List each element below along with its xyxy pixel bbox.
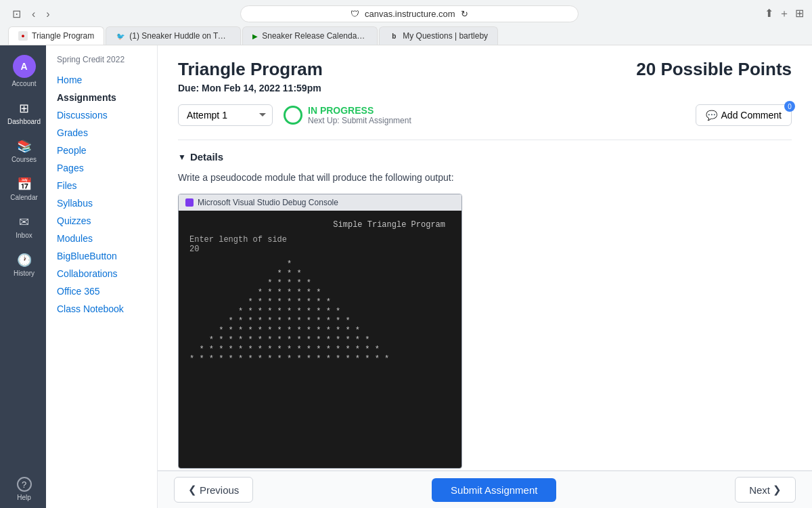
details-section: ▼ Details Write a pseudocode module that… [178, 151, 792, 469]
attempt-select[interactable]: Attempt 1 [178, 104, 273, 126]
sidebar-item-home[interactable]: Home [46, 71, 157, 89]
details-label: Details [190, 151, 223, 163]
sidebar-item-people[interactable]: People [46, 142, 157, 159]
sidebar-item-classnotebook[interactable]: Class Notebook [46, 300, 157, 318]
section-divider [178, 140, 792, 140]
sidebar-toggle-button[interactable]: ⊡ [8, 6, 25, 22]
nav-item-account[interactable]: A Account [0, 45, 46, 94]
footer-bar: ❮ Previous Submit Assignment Next ❯ [158, 470, 812, 508]
sidebar-item-grades[interactable]: Grades [46, 124, 157, 142]
previous-button[interactable]: ❮ Previous [174, 477, 253, 503]
console-titlebar: Microsoft Visual Studio Debug Console [179, 194, 461, 211]
console-titlebar-text: Microsoft Visual Studio Debug Console [198, 198, 338, 207]
address-bar[interactable]: 🛡 canvas.instructure.com ↻ [240, 5, 579, 22]
tab-label-1: Triangle Program [32, 31, 94, 41]
sidebar-item-assignments[interactable]: Assignments [46, 89, 157, 106]
add-comment-button[interactable]: 💬 Add Comment 0 [696, 104, 792, 126]
nav-item-dashboard[interactable]: ⊞ Dashboard [0, 94, 46, 132]
submit-assignment-button[interactable]: Submit Assignment [432, 478, 556, 502]
nav-item-inbox[interactable]: ✉ Inbox [0, 208, 46, 246]
console-body: Simple Triangle Program Enter length of … [179, 211, 461, 468]
user-avatar: A [13, 55, 36, 78]
tab-favicon-1: ● [18, 31, 28, 41]
tab-triangle-program[interactable]: ● Triangle Program [8, 26, 104, 45]
status-label: IN PROGRESS [308, 105, 411, 116]
tab-dicks[interactable]: ▶ Sneaker Release Calendar | DICK'S Spor… [242, 26, 378, 45]
nav-label-dashboard: Dashboard [7, 118, 41, 125]
tab-favicon-4: b [389, 31, 399, 41]
tab-label-2: (1) Sneaker Huddle on Twitter: "Air Jord… [129, 31, 231, 41]
tab-sneaker-huddle[interactable]: 🐦 (1) Sneaker Huddle on Twitter: "Air Jo… [106, 26, 241, 45]
browser-nav-buttons: ⊡ ‹ › [8, 6, 54, 22]
console-wrapper: Microsoft Visual Studio Debug Console Si… [178, 194, 462, 469]
prev-icon: ❮ [188, 484, 197, 496]
assignment-title: Triangle Program [178, 59, 323, 80]
sidebar-item-collaborations[interactable]: Collaborations [46, 265, 157, 282]
security-icon: 🛡 [351, 9, 359, 19]
history-icon: 🕐 [17, 253, 32, 268]
dashboard-icon: ⊞ [19, 101, 29, 116]
sidebar-course-label: Spring Credit 2022 [46, 52, 157, 71]
nav-item-courses[interactable]: 📚 Courses [0, 132, 46, 170]
comment-icon: 💬 [706, 110, 717, 121]
tab-favicon-3: ▶ [252, 31, 258, 41]
triangle-output: * * * * * * * * * * * * * * * * * * * * … [189, 259, 451, 364]
content-wrapper: Triangle Program Due: Mon Feb 14, 2022 1… [158, 45, 812, 508]
next-button[interactable]: Next ❯ [735, 477, 796, 503]
refresh-icon: ↻ [461, 9, 468, 19]
sidebar-item-files[interactable]: Files [46, 177, 157, 194]
next-label: Next [749, 484, 770, 496]
status-text: IN PROGRESS Next Up: Submit Assignment [308, 105, 411, 125]
details-toggle[interactable]: ▼ Details [178, 151, 792, 163]
sidebar-item-pages[interactable]: Pages [46, 159, 157, 177]
courses-icon: 📚 [17, 139, 32, 154]
sidebar: Spring Credit 2022 Home Assignments Disc… [46, 45, 158, 508]
prev-label: Previous [200, 484, 239, 496]
tabs-bar: ● Triangle Program 🐦 (1) Sneaker Huddle … [8, 26, 804, 45]
assignment-header: Triangle Program Due: Mon Feb 14, 2022 1… [178, 59, 792, 93]
add-comment-label: Add Comment [721, 110, 782, 121]
next-icon: ❯ [773, 484, 782, 496]
sidebar-item-office365[interactable]: Office 365 [46, 282, 157, 300]
nav-label-help: Help [17, 494, 31, 501]
vs-icon [185, 198, 194, 207]
toolbar-actions: ⬆ ＋ ⊞ [765, 7, 804, 21]
comment-count-badge: 0 [784, 101, 795, 112]
browser-toolbar: ⊡ ‹ › 🛡 canvas.instructure.com ↻ ⬆ ＋ ⊞ [8, 5, 804, 22]
nav-label-calendar: Calendar [10, 194, 38, 201]
browser-chrome: ⊡ ‹ › 🛡 canvas.instructure.com ↻ ⬆ ＋ ⊞ ●… [0, 0, 812, 45]
assignment-controls: Attempt 1 IN PROGRESS Next Up: Submit As… [178, 104, 792, 126]
new-tab-icon[interactable]: ＋ [779, 7, 790, 21]
nav-item-calendar[interactable]: 📅 Calendar [0, 170, 46, 208]
content-area: Triangle Program Due: Mon Feb 14, 2022 1… [158, 45, 812, 470]
nav-label-courses: Courses [12, 156, 37, 163]
assignment-title-block: Triangle Program Due: Mon Feb 14, 2022 1… [178, 59, 323, 93]
sidebar-item-syllabus[interactable]: Syllabus [46, 194, 157, 212]
points-display: 20 Possible Points [636, 59, 792, 80]
nav-label-inbox: Inbox [16, 232, 32, 239]
sidebar-item-discussions[interactable]: Discussions [46, 106, 157, 124]
due-date: Due: Mon Feb 14, 2022 11:59pm [178, 83, 323, 93]
instructions-text: Write a pseudocode module that will prod… [178, 172, 792, 183]
share-icon[interactable]: ⬆ [765, 7, 773, 21]
console-prompt: Enter length of side 20 [189, 235, 451, 254]
inbox-icon: ✉ [19, 215, 29, 230]
status-badge: IN PROGRESS Next Up: Submit Assignment [284, 105, 411, 125]
forward-button[interactable]: › [42, 7, 53, 22]
app-layout: A Account ⊞ Dashboard 📚 Courses 📅 Calend… [0, 45, 812, 508]
url-text: canvas.instructure.com [365, 9, 455, 19]
console-title-line: Simple Triangle Program [189, 220, 451, 230]
nav-label-account: Account [12, 80, 36, 87]
sidebar-item-modules[interactable]: Modules [46, 230, 157, 247]
back-button[interactable]: ‹ [28, 7, 39, 22]
icon-nav: A Account ⊞ Dashboard 📚 Courses 📅 Calend… [0, 45, 46, 508]
nav-item-history[interactable]: 🕐 History [0, 246, 46, 284]
sidebar-item-bigbluebutton[interactable]: BigBlueButton [46, 247, 157, 265]
sidebar-item-quizzes[interactable]: Quizzes [46, 212, 157, 230]
calendar-icon: 📅 [17, 177, 32, 192]
nav-item-help[interactable]: ? Help [0, 470, 46, 508]
chevron-down-icon: ▼ [178, 152, 186, 162]
grid-icon[interactable]: ⊞ [795, 7, 804, 21]
help-icon: ? [17, 477, 32, 492]
tab-bartleby[interactable]: b My Questions | bartleby [379, 26, 498, 45]
